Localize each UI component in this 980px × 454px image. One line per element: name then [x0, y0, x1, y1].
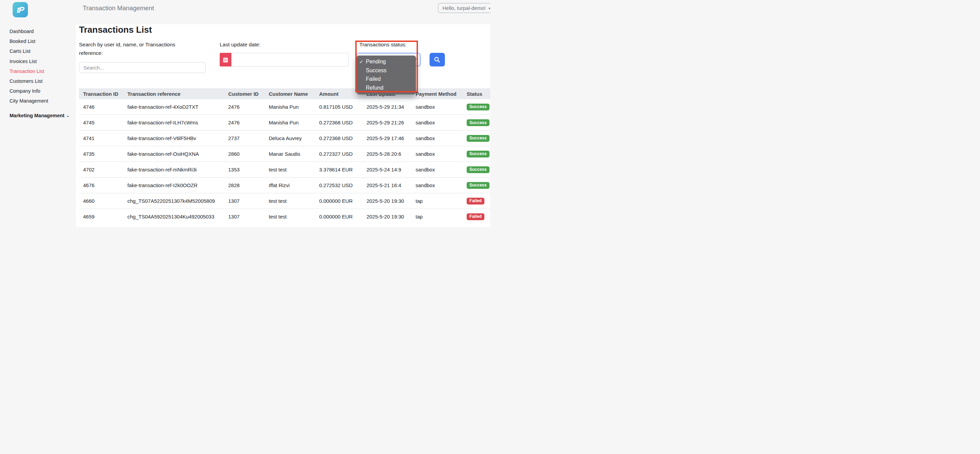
cell-reference: fake-transaction-ref-4XoD2TXT [123, 99, 224, 115]
user-menu-button[interactable]: Hello, turpal-demo! ▼ [438, 3, 490, 13]
cell-customer-id: 2737 [224, 131, 265, 146]
sidebar-item-booked-list[interactable]: Booked List [10, 37, 73, 46]
sidebar-item-city-management[interactable]: City Management [10, 96, 73, 106]
cell-last-update: 2025-5-29 21:26 [363, 115, 412, 131]
cell-status: Success [463, 177, 490, 193]
cell-payment-method: sandbox [412, 131, 463, 146]
search-button[interactable] [430, 53, 445, 67]
cell-customer-name: test test [265, 162, 315, 178]
main-panel: Transactions List Search by user id, nam… [76, 24, 490, 227]
cell-id: 4660 [79, 193, 123, 209]
cell-reference: chg_TS07A5220251307k4M52005809 [123, 193, 224, 209]
sidebar-item-customers-list[interactable]: Customers List [10, 76, 73, 86]
app-logo[interactable]: tP [13, 2, 28, 18]
sidebar-nav: DashboardBooked ListCarts ListInvoices L… [10, 27, 73, 121]
sidebar-item-invoices-list[interactable]: Invoices List [10, 57, 73, 67]
sidebar-section-label: Marketing Management [10, 111, 64, 121]
sidebar-item-dashboard[interactable]: Dashboard [10, 27, 73, 37]
caret-down-icon: ▼ [488, 7, 490, 10]
cell-status: Success [463, 115, 490, 131]
cell-status: Failed [463, 193, 490, 209]
transactions-table: Transaction IDTransaction referenceCusto… [79, 88, 490, 224]
cell-customer-name: Manar Saudis [265, 146, 315, 162]
cell-status: Success [463, 99, 490, 115]
dropdown-option-pending[interactable]: ✓Pending [356, 57, 416, 66]
sidebar-item-transaction-list[interactable]: Transaction List [10, 67, 73, 76]
cell-payment-method: sandbox [412, 177, 463, 193]
status-badge: Failed [467, 213, 484, 220]
cell-last-update: 2025-5-29 21:34 [363, 99, 412, 115]
cell-status: Success [463, 146, 490, 162]
sidebar-section-marketing-management[interactable]: Marketing Management⌄ [10, 111, 73, 121]
cell-customer-name: test test [265, 193, 315, 209]
table-row: 4741fake-transaction-ref-V6lF5HBv2737Del… [79, 131, 490, 146]
sidebar: tP DashboardBooked ListCarts ListInvoice… [0, 0, 76, 227]
cell-customer-name: Manisha Pun [265, 115, 315, 131]
cell-payment-method: tap [412, 193, 463, 209]
cell-reference: fake-transaction-ref-OsiHQXNA [123, 146, 224, 162]
cell-id: 4735 [79, 146, 123, 162]
dropdown-option-label: Failed [366, 76, 381, 82]
sidebar-item-company-info[interactable]: Company Info [10, 86, 73, 96]
column-header-customer-id: Customer ID [224, 88, 265, 99]
cell-reference: fake-transaction-ref-ILH7cWms [123, 115, 224, 131]
table-row: 4676fake-transaction-ref-I2k0OOZR2828Iff… [79, 177, 490, 193]
cell-payment-method: sandbox [412, 162, 463, 178]
cell-customer-id: 1353 [224, 162, 265, 178]
cell-customer-name: Iffat Rizvi [265, 177, 315, 193]
dropdown-option-success[interactable]: ✓Success [356, 66, 416, 75]
cell-id: 4702 [79, 162, 123, 178]
cell-customer-id: 1307 [224, 209, 265, 224]
status-badge: Success [467, 182, 490, 189]
cell-id: 4746 [79, 99, 123, 115]
cell-customer-id: 2828 [224, 177, 265, 193]
cell-reference: fake-transaction-ref-mNkmRi3i [123, 162, 224, 178]
dropdown-option-label: Pending [366, 59, 386, 65]
calendar-icon [223, 57, 228, 63]
cell-customer-name: test test [265, 209, 315, 224]
status-badge: Success [467, 151, 490, 158]
sidebar-item-carts-list[interactable]: Carts List [10, 46, 73, 56]
app-window: tP DashboardBooked ListCarts ListInvoice… [0, 0, 490, 227]
column-header-customer-name: Customer Name [265, 88, 315, 99]
cell-amount: 0.272532 USD [315, 177, 363, 193]
cell-amount: 3.378614 EUR [315, 162, 363, 178]
column-header-transaction-reference: Transaction reference [123, 88, 224, 99]
page-header-title: Transaction Management [83, 5, 154, 12]
table-row: 4660chg_TS07A5220251307k4M520058091307te… [79, 193, 490, 209]
table-header: Transaction IDTransaction referenceCusto… [79, 88, 490, 99]
cell-id: 4741 [79, 131, 123, 146]
table-row: 4745fake-transaction-ref-ILH7cWms2476Man… [79, 115, 490, 131]
status-filter-label: Transactions status: [360, 40, 406, 49]
cell-last-update: 2025-5-20 19:30 [363, 209, 412, 224]
search-filter-label: Search by user id, name, or Transactions… [79, 40, 193, 57]
table-row: 4659chg_TS04A5920251304Ku4920050331307te… [79, 209, 490, 224]
cell-status: Failed [463, 209, 490, 224]
dropdown-option-failed[interactable]: ✓Failed [356, 75, 416, 84]
status-dropdown-menu: ✓Pending✓Success✓Failed✓Refund [356, 56, 416, 94]
cell-customer-id: 2476 [224, 99, 265, 115]
cell-last-update: 2025-5-28 20:6 [363, 146, 412, 162]
last-update-date-input[interactable] [231, 53, 349, 67]
table-row: 4735fake-transaction-ref-OsiHQXNA2860Man… [79, 146, 490, 162]
cell-customer-name: Manisha Pun [265, 99, 315, 115]
cell-customer-name: Deluca Auvrey [265, 131, 315, 146]
table-row: 4746fake-transaction-ref-4XoD2TXT2476Man… [79, 99, 490, 115]
cell-payment-method: sandbox [412, 115, 463, 131]
status-badge: Failed [467, 198, 484, 204]
cell-payment-method: sandbox [412, 99, 463, 115]
cell-id: 4745 [79, 115, 123, 131]
cell-payment-method: sandbox [412, 146, 463, 162]
cell-customer-id: 2860 [224, 146, 265, 162]
cell-status: Success [463, 131, 490, 146]
cell-reference: fake-transaction-ref-I2k0OOZR [123, 177, 224, 193]
calendar-button[interactable] [220, 53, 231, 67]
status-badge: Success [467, 166, 490, 173]
column-header-amount: Amount [315, 88, 363, 99]
status-badge: Success [467, 135, 490, 142]
cell-amount: 0.272327 USD [315, 146, 363, 162]
cell-payment-method: tap [412, 209, 463, 224]
search-input[interactable] [79, 62, 206, 73]
dropdown-option-refund[interactable]: ✓Refund [356, 83, 416, 92]
cell-reference: chg_TS04A5920251304Ku492005033 [123, 209, 224, 224]
